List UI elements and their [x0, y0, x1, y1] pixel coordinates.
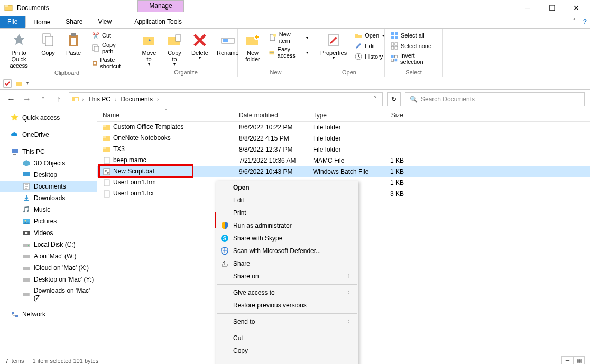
paste-shortcut-button[interactable]: Paste shortcut	[89, 56, 131, 70]
ctx-print[interactable]: Print	[216, 207, 358, 219]
nav-downloads[interactable]: Downloads	[0, 192, 97, 204]
open-button[interactable]: Open▾	[352, 31, 386, 40]
search-box[interactable]: 🔍 Search Documents	[405, 92, 585, 106]
ctx-share-skype[interactable]: SShare with Skype	[216, 232, 358, 245]
cut-button[interactable]: ✂️Cut	[89, 31, 131, 40]
group-label-clipboard: Clipboard	[0, 70, 134, 77]
collapse-ribbon-icon[interactable]: ˄	[568, 16, 580, 28]
file-type: File folder	[308, 124, 372, 131]
up-button[interactable]: ↑	[53, 94, 64, 105]
qat-folder-icon[interactable]	[15, 79, 23, 88]
select-all-button[interactable]: Select all	[388, 31, 439, 40]
move-to-button[interactable]: Move to▾	[137, 31, 161, 68]
ctx-edit[interactable]: Edit	[216, 194, 358, 207]
desktop-icon	[22, 171, 31, 179]
tab-application-tools[interactable]: Application Tools	[127, 16, 190, 28]
invert-selection-button[interactable]: Invert selection	[388, 52, 439, 66]
qat-dropdown-icon[interactable]: ▾	[26, 81, 29, 86]
nav-3d-objects[interactable]: 3D Objects	[0, 157, 97, 169]
breadcrumb-this-pc[interactable]: This PC	[86, 96, 113, 103]
help-icon[interactable]: ?	[580, 16, 590, 28]
file-row[interactable]: New Script.bat9/6/2022 10:43 PMWindows B…	[97, 166, 590, 177]
breadcrumb-bar[interactable]: › This PC › Documents › ˅	[69, 92, 383, 106]
easy-access-button[interactable]: Easy access▾	[266, 45, 310, 59]
properties-button[interactable]: Properties▾	[317, 31, 350, 62]
file-row[interactable]: beep.mamc7/21/2022 10:36 AMMAMC File1 KB	[97, 155, 590, 166]
ctx-share[interactable]: Share	[216, 257, 358, 270]
contextual-tab-manage[interactable]: Manage	[137, 0, 184, 12]
breadcrumb-sep-icon[interactable]: ›	[157, 97, 159, 102]
minimize-button[interactable]: ─	[520, 4, 535, 12]
paste-button[interactable]: Paste	[62, 31, 85, 57]
ctx-cut[interactable]: Cut	[216, 332, 358, 344]
maximize-button[interactable]: ☐	[545, 4, 559, 12]
ctx-scan-defender[interactable]: Scan with Microsoft Defender...	[216, 245, 358, 257]
copy-to-button[interactable]: Copy to▾	[163, 31, 186, 68]
status-item-count: 7 items	[5, 358, 24, 364]
ctx-share-on[interactable]: Share on〉	[216, 270, 358, 283]
nav-local-disk-c[interactable]: Local Disk (C:)	[0, 239, 97, 250]
download-icon	[22, 194, 31, 202]
breadcrumb-sep-icon[interactable]: ›	[82, 97, 84, 102]
nav-music[interactable]: 🎵Music	[0, 204, 97, 216]
file-icon	[103, 145, 111, 154]
search-icon: 🔍	[410, 96, 418, 103]
file-row[interactable]: Custom Office Templates8/6/2022 10:22 PM…	[97, 122, 590, 133]
tab-file[interactable]: File	[0, 16, 25, 28]
ctx-copy[interactable]: Copy	[216, 344, 358, 357]
close-button[interactable]: ✕	[569, 4, 584, 12]
nav-pictures[interactable]: Pictures	[0, 216, 97, 227]
refresh-button[interactable]: ↻	[387, 92, 401, 106]
copy-button[interactable]: Copy	[36, 31, 60, 57]
nav-quick-access[interactable]: ⭐Quick access	[0, 112, 97, 124]
drive-icon	[22, 264, 31, 272]
view-details-button[interactable]: ☰	[561, 356, 573, 365]
titlebar: Documents Manage ─ ☐ ✕	[0, 0, 590, 16]
nav-downloads-mac[interactable]: Downloads on 'Mac' (Z	[0, 285, 97, 303]
back-button[interactable]: ←	[5, 94, 17, 105]
tab-home[interactable]: Home	[25, 16, 58, 28]
nav-videos[interactable]: Videos	[0, 227, 97, 239]
ctx-send-to[interactable]: Send to〉	[216, 315, 358, 328]
new-folder-button[interactable]: New folder	[241, 31, 264, 63]
file-row[interactable]: OneNote Notebooks8/8/2022 4:15 PMFile fo…	[97, 133, 590, 144]
column-type[interactable]: Type	[308, 111, 372, 119]
recent-locations-button[interactable]: ˅	[37, 94, 49, 105]
nav-a-mac[interactable]: A on 'Mac' (W:)	[0, 250, 97, 262]
forward-button[interactable]: →	[21, 94, 33, 105]
edit-button[interactable]: Edit	[352, 41, 386, 51]
tab-share[interactable]: Share	[58, 16, 90, 28]
nav-network[interactable]: Network	[0, 309, 97, 320]
address-dropdown-icon[interactable]: ˅	[371, 96, 380, 103]
file-name: New Script.bat	[113, 167, 154, 175]
nav-desktop[interactable]: Desktop	[0, 169, 97, 181]
qat-checkbox-icon[interactable]	[3, 79, 12, 88]
history-button[interactable]: History	[352, 52, 386, 61]
ctx-restore-versions[interactable]: Restore previous versions	[216, 299, 358, 312]
tab-view[interactable]: View	[90, 16, 119, 28]
file-row[interactable]: TX38/8/2022 12:37 PMFile folder	[97, 144, 590, 155]
copy-path-button[interactable]: Copy path	[89, 41, 131, 55]
select-none-button[interactable]: Select none	[388, 41, 439, 51]
nav-documents[interactable]: Documents	[0, 181, 97, 192]
nav-desktop-mac[interactable]: Desktop on 'Mac' (Y:)	[0, 274, 97, 285]
breadcrumb-sep-icon[interactable]: ›	[115, 97, 116, 102]
column-size[interactable]: Size	[372, 111, 409, 119]
svg-point-49	[28, 245, 29, 246]
file-name: OneNote Notebooks	[113, 134, 171, 142]
new-item-button[interactable]: New item▾	[266, 31, 310, 44]
view-thumbnails-button[interactable]: ▦	[573, 356, 585, 365]
ctx-run-as-admin[interactable]: Run as administrator	[216, 219, 358, 232]
svg-rect-63	[104, 169, 110, 175]
breadcrumb-documents[interactable]: Documents	[118, 96, 155, 103]
nav-this-pc[interactable]: This PC	[0, 146, 97, 157]
ctx-give-access[interactable]: Give access to〉	[216, 286, 358, 299]
share-icon	[220, 259, 229, 268]
column-date[interactable]: Date modified	[234, 111, 308, 119]
pin-to-quick-access-button[interactable]: Pin to Quick access	[3, 31, 34, 70]
nav-icloud-mac[interactable]: iCloud on 'Mac' (X:)	[0, 262, 97, 274]
delete-button[interactable]: Delete▾	[188, 31, 211, 62]
svg-rect-3	[45, 36, 53, 46]
nav-onedrive[interactable]: OneDrive	[0, 129, 97, 141]
ctx-open[interactable]: Open	[216, 181, 358, 194]
